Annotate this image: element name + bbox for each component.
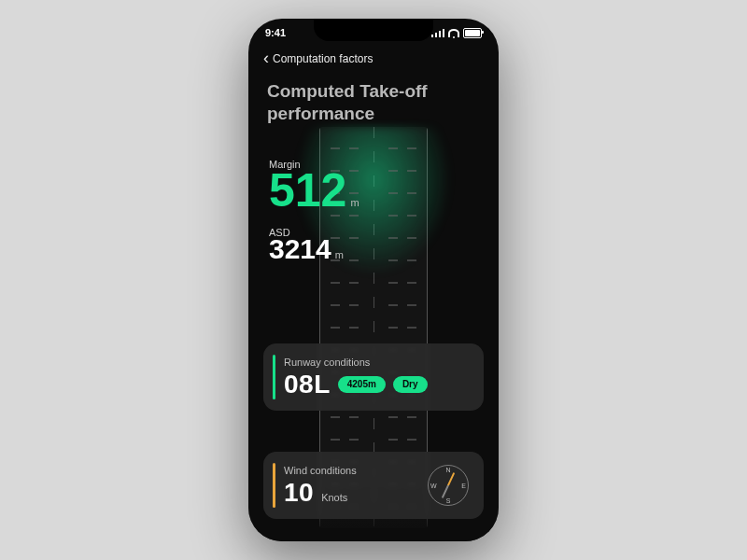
chevron-left-icon: ‹ — [263, 49, 269, 66]
wind-unit: Knots — [321, 492, 347, 503]
wind-value: 10 — [284, 480, 314, 506]
battery-icon — [463, 28, 482, 38]
asd-value: 3214 — [269, 235, 331, 263]
status-icons — [431, 28, 482, 38]
card-accent — [273, 463, 275, 508]
status-time: 9:41 — [265, 27, 286, 38]
compass-icon: N S E W — [428, 465, 469, 506]
margin-value-row: 512 m — [269, 167, 359, 214]
margin-unit: m — [350, 197, 359, 208]
compass-needle — [442, 472, 455, 498]
compass-n: N — [445, 467, 450, 473]
asd-unit: m — [335, 249, 344, 260]
signal-icon — [431, 29, 444, 37]
runway-card-label: Runway conditions — [284, 357, 471, 368]
compass-e: E — [461, 483, 466, 489]
runway-id: 08L — [284, 371, 331, 398]
metrics-block: Margin 512 m ASD 3214 m — [269, 159, 359, 263]
back-label: Computation factors — [273, 52, 373, 65]
card-accent — [273, 355, 275, 399]
runway-length-pill: 4205m — [338, 376, 386, 393]
compass-w: W — [430, 483, 437, 489]
asd-value-row: 3214 m — [269, 235, 359, 263]
page-title: Computed Take-off performance — [267, 80, 480, 125]
wind-conditions-card[interactable]: Wind conditions 10 Knots N S E W — [263, 452, 484, 519]
back-button[interactable]: ‹ Computation factors — [263, 50, 373, 67]
runway-conditions-card[interactable]: Runway conditions 08L 4205m Dry — [263, 343, 484, 411]
compass-s: S — [446, 497, 451, 504]
phone-frame: 9:41 ‹ Computation factors Computed Take… — [248, 19, 499, 541]
wifi-icon — [448, 29, 459, 37]
margin-value: 512 — [269, 167, 346, 214]
notch — [314, 19, 433, 41]
runway-state-pill: Dry — [393, 376, 428, 393]
